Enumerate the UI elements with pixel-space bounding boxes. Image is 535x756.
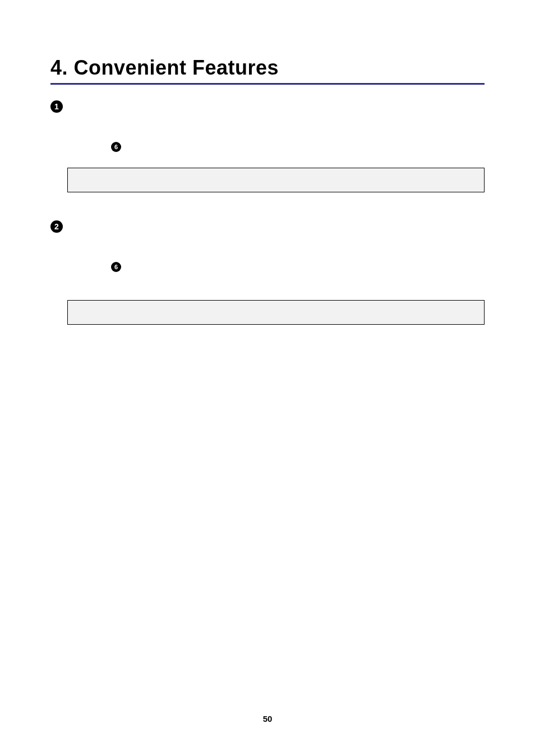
section-1-head: 1 [50, 100, 485, 113]
section-2-ref: 6 [50, 262, 485, 272]
section-2-para [50, 241, 485, 250]
chapter-title: 4. Convenient Features [50, 56, 485, 80]
section-number-2-icon: 2 [50, 220, 63, 233]
page-number: 50 [0, 714, 535, 723]
section-1-ref: 6 [50, 142, 485, 152]
spacer [50, 272, 485, 284]
section-number-1-icon: 1 [50, 100, 63, 113]
ref-number-icon: 6 [111, 142, 121, 152]
section-1-note-bar [67, 168, 485, 192]
section-2-head: 2 [50, 220, 485, 233]
chapter-rule [50, 83, 485, 85]
section-2-body: 6 [50, 241, 485, 325]
section-1-para [50, 121, 485, 130]
section-2-note-bar [67, 300, 485, 325]
section-2: 2 6 [50, 220, 485, 325]
page: 4. Convenient Features 1 6 2 6 [0, 0, 535, 756]
section-1-body: 6 [50, 121, 485, 192]
ref-number-icon: 6 [111, 262, 121, 272]
section-1: 1 6 [50, 100, 485, 192]
spacer [50, 192, 485, 205]
